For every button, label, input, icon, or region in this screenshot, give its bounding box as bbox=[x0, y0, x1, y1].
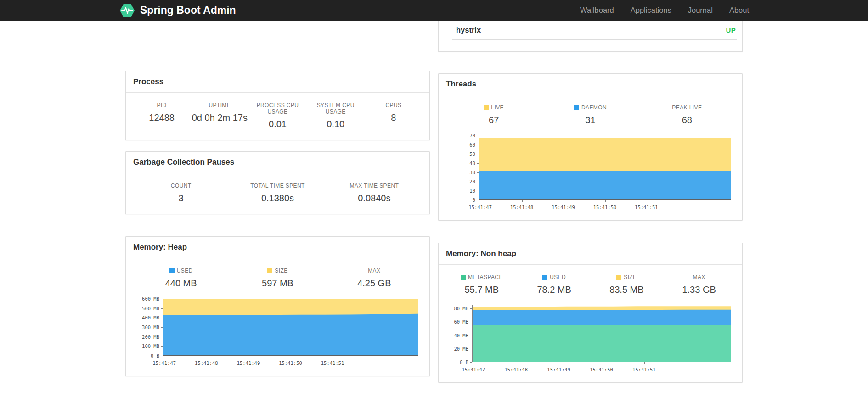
divider bbox=[452, 39, 737, 40]
metric-heap-max: MAX 4.25 GB bbox=[326, 268, 423, 289]
memory-heap-card: Memory: Heap USED 440 MB SIZE bbox=[125, 236, 430, 376]
main-content: Process PID 12488 UPTIME 0d 0h 2m 17s PR… bbox=[125, 21, 743, 383]
memory-heap-card-title: Memory: Heap bbox=[126, 237, 429, 258]
process-card: Process PID 12488 UPTIME 0d 0h 2m 17s PR… bbox=[125, 71, 430, 140]
metric-gc-total-time: TOTAL TIME SPENT 0.1380s bbox=[229, 182, 326, 204]
metric-cpus: CPUS 8 bbox=[365, 102, 423, 130]
metric-uptime: UPTIME 0d 0h 2m 17s bbox=[191, 102, 248, 130]
memory-nonheap-card: Memory: Non heap METASPACE 55.7 MB USED bbox=[438, 243, 743, 383]
memory-nonheap-chart: 0 B20 MB40 MB60 MB80 MB15:41:4715:41:481… bbox=[445, 302, 735, 372]
health-status-card: hystrix UP bbox=[438, 21, 743, 52]
heap-size-series-swatch bbox=[267, 268, 272, 273]
metric-threads-peak-live: PEAK LIVE 68 bbox=[639, 104, 735, 125]
spring-boot-admin-logo-icon bbox=[119, 2, 135, 19]
metric-threads-live: LIVE 67 bbox=[445, 104, 542, 125]
right-column: hystrix UP Threads LIVE 67 bbox=[438, 21, 743, 383]
metric-pid: PID 12488 bbox=[133, 102, 191, 130]
threads-card: Threads LIVE 67 DAEMON bbox=[438, 73, 743, 221]
metric-nonheap-used: USED 78.2 MB bbox=[518, 274, 591, 295]
status-badge: UP bbox=[726, 26, 736, 34]
memory-nonheap-card-title: Memory: Non heap bbox=[439, 243, 742, 265]
nav-item-journal[interactable]: Journal bbox=[688, 6, 713, 15]
nav-item-wallboard[interactable]: Wallboard bbox=[580, 6, 614, 15]
metric-nonheap-max: MAX 1.33 GB bbox=[663, 274, 735, 295]
gc-pauses-card: Garbage Collection Pauses COUNT 3 TOTAL … bbox=[125, 151, 430, 214]
metric-process-cpu-usage: PROCESS CPU USAGE 0.01 bbox=[248, 102, 306, 130]
nonheap-size-series-swatch bbox=[616, 275, 621, 280]
metric-gc-count: COUNT 3 bbox=[133, 182, 229, 204]
top-navbar: Spring Boot Admin Wallboard Applications… bbox=[0, 0, 868, 21]
brand-title: Spring Boot Admin bbox=[140, 4, 236, 17]
nav-item-applications[interactable]: Applications bbox=[631, 6, 671, 15]
health-row-hystrix: hystrix UP bbox=[439, 21, 742, 34]
metric-heap-size: SIZE 597 MB bbox=[229, 268, 326, 289]
threads-card-title: Threads bbox=[439, 74, 742, 95]
metric-threads-daemon: DAEMON 31 bbox=[542, 104, 638, 125]
metaspace-series-swatch bbox=[461, 275, 466, 280]
gc-card-title: Garbage Collection Pauses bbox=[126, 152, 429, 173]
heap-used-series-swatch bbox=[169, 268, 175, 273]
health-indicator-name: hystrix bbox=[456, 26, 481, 34]
metric-system-cpu-usage: SYSTEM CPU USAGE 0.10 bbox=[307, 102, 365, 130]
metric-nonheap-size: SIZE 83.5 MB bbox=[591, 274, 663, 295]
memory-heap-chart: 0 B100 MB200 MB300 MB400 MB500 MB600 MB1… bbox=[133, 296, 423, 366]
metric-nonheap-metaspace: METASPACE 55.7 MB bbox=[445, 274, 518, 295]
nonheap-used-series-swatch bbox=[542, 275, 547, 280]
metric-heap-used: USED 440 MB bbox=[133, 268, 229, 289]
daemon-series-swatch bbox=[574, 105, 579, 110]
nav-item-about[interactable]: About bbox=[729, 6, 749, 15]
live-series-swatch bbox=[484, 105, 489, 110]
threads-chart: 01020304050607015:41:4715:41:4815:41:491… bbox=[445, 133, 735, 210]
left-column: Process PID 12488 UPTIME 0d 0h 2m 17s PR… bbox=[125, 21, 430, 376]
process-card-title: Process bbox=[126, 71, 429, 93]
main-nav: Wallboard Applications Journal About bbox=[580, 6, 749, 15]
brand-link[interactable]: Spring Boot Admin bbox=[119, 2, 236, 19]
metric-gc-max-time: MAX TIME SPENT 0.0840s bbox=[326, 182, 423, 204]
